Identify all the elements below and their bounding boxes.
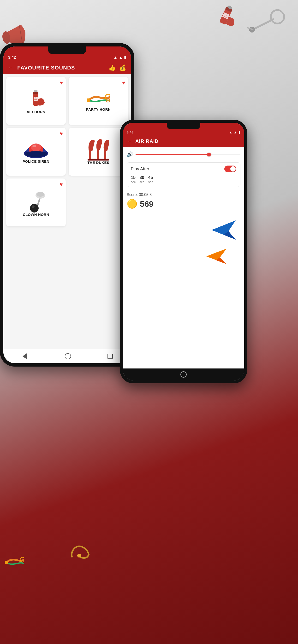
air-raid-content: 🔊 Play After 15 bbox=[123, 146, 244, 282]
game-area bbox=[127, 211, 240, 278]
timer-15-unit: sec bbox=[131, 180, 135, 184]
nav-back-button[interactable] bbox=[23, 353, 27, 360]
sound-card-air-horn[interactable]: ♥ Air Horn AIR HORN bbox=[6, 77, 66, 125]
deco-trumpet-right bbox=[244, 1, 294, 50]
svg-point-32 bbox=[37, 192, 44, 197]
phone-1-back-button[interactable]: ← bbox=[8, 65, 14, 71]
play-after-label: Play After bbox=[131, 166, 149, 172]
toggle-knob bbox=[230, 166, 236, 172]
play-after-section: Play After 15 sec 30 sec bbox=[127, 162, 240, 187]
phone-2-time: 3:43 bbox=[127, 130, 133, 134]
phone-1-notch bbox=[48, 46, 86, 54]
coin-icon: 🟡 bbox=[127, 199, 137, 209]
sound-card-party-horn[interactable]: ♥ PARTY HORN bbox=[69, 77, 128, 125]
phone-1-time: 3:42 bbox=[8, 55, 16, 60]
clownhorn-image bbox=[25, 188, 47, 212]
dukes-image bbox=[88, 139, 109, 160]
nav-recent-button[interactable] bbox=[107, 354, 113, 359]
like-icon[interactable]: 👍 bbox=[108, 64, 116, 71]
airhorn-image: Air Horn bbox=[26, 88, 46, 110]
phone-2-title: AIR RAID bbox=[135, 138, 159, 144]
airhorn-label: AIR HORN bbox=[27, 110, 45, 114]
svg-point-24 bbox=[32, 145, 36, 147]
svg-rect-26 bbox=[89, 151, 91, 159]
sound-card-the-dukes[interactable]: ♥ THE DUKES bbox=[69, 128, 128, 176]
timer-15[interactable]: 15 sec bbox=[131, 175, 135, 184]
heart-air-horn[interactable]: ♥ bbox=[60, 80, 63, 86]
svg-point-25 bbox=[25, 151, 48, 157]
sound-card-police-siren[interactable]: ♥ POLICE SIREN bbox=[6, 128, 66, 176]
timer-45[interactable]: 45 sec bbox=[148, 175, 153, 184]
score-section: Score: 00:05:8 🟡 569 bbox=[127, 191, 240, 211]
timer-45-value: 45 bbox=[148, 175, 153, 180]
clownhorn-label: CLOWN HORN bbox=[23, 212, 49, 216]
p2-wifi-icon: ▲ bbox=[229, 130, 232, 134]
coin-count: 569 bbox=[140, 199, 154, 209]
phone-2-header: ← AIR RAID bbox=[123, 136, 244, 146]
timer-options: 15 sec 30 sec 45 sec bbox=[131, 175, 236, 184]
phone-1-favourite-sounds: 3:42 ▲ ▲ ▮ ← FAVOURITE SOUNDS 👍 💰 bbox=[0, 43, 134, 366]
status-icons: ▲ ▲ ▮ bbox=[113, 55, 126, 60]
svg-rect-41 bbox=[5, 561, 8, 564]
policesiren-image bbox=[23, 140, 49, 159]
sound-card-clown-horn[interactable]: ♥ CLOWN HORN bbox=[6, 178, 66, 226]
signal-icon: ▲ bbox=[119, 55, 123, 60]
svg-point-34 bbox=[32, 205, 35, 208]
coin-row: 🟡 569 bbox=[127, 199, 240, 209]
heart-party-horn[interactable]: ♥ bbox=[122, 80, 125, 86]
wifi-icon: ▲ bbox=[113, 55, 117, 60]
phone-2-air-raid: 3:43 ▲ ▲ ▮ ← AIR RAID 🔊 bbox=[120, 120, 247, 383]
svg-rect-28 bbox=[104, 151, 106, 159]
volume-slider[interactable] bbox=[135, 154, 240, 155]
play-after-row: Play After bbox=[131, 166, 236, 172]
phone-2-status-icons: ▲ ▲ ▮ bbox=[229, 130, 240, 134]
phone-2-notch bbox=[167, 123, 200, 130]
svg-point-33 bbox=[30, 204, 39, 212]
phone-1-header: ← FAVOURITE SOUNDS 👍 💰 bbox=[3, 62, 131, 74]
timer-15-value: 15 bbox=[131, 175, 135, 180]
phone-2-nav-bar bbox=[123, 368, 244, 380]
svg-point-8 bbox=[268, 7, 287, 26]
volume-row: 🔊 bbox=[127, 150, 240, 158]
svg-text:Horn: Horn bbox=[34, 99, 37, 100]
svg-point-13 bbox=[34, 90, 38, 92]
slider-thumb[interactable] bbox=[207, 152, 211, 156]
sound-grid: ♥ Air Horn AIR HORN ♥ bbox=[3, 74, 131, 229]
timer-30[interactable]: 30 sec bbox=[139, 175, 144, 184]
blue-plane bbox=[209, 218, 238, 242]
heart-clown-horn[interactable]: ♥ bbox=[60, 181, 63, 188]
slider-fill bbox=[135, 154, 209, 155]
deco-airhorn-top: Air Horn bbox=[208, 0, 241, 38]
p2-battery-icon: ▮ bbox=[238, 130, 240, 134]
deco-coin-bottom bbox=[70, 545, 91, 560]
svg-rect-27 bbox=[97, 150, 99, 159]
p2-nav-home[interactable] bbox=[181, 371, 187, 378]
partyhorn-image bbox=[86, 90, 110, 107]
gold-plane bbox=[204, 247, 228, 266]
heart-police-siren[interactable]: ♥ bbox=[60, 130, 63, 137]
battery-icon: ▮ bbox=[124, 55, 126, 60]
coins-icon[interactable]: 💰 bbox=[119, 64, 126, 71]
policesiren-label: POLICE SIREN bbox=[23, 159, 49, 164]
nav-home-button[interactable] bbox=[65, 353, 71, 360]
timer-30-value: 30 bbox=[139, 175, 144, 180]
deco-partyhorn-bottom bbox=[5, 554, 24, 570]
svg-rect-17 bbox=[87, 98, 90, 102]
svg-text:Air: Air bbox=[35, 97, 37, 99]
phone-1-title: FAVOURITE SOUNDS bbox=[17, 65, 75, 71]
svg-point-43 bbox=[77, 554, 81, 558]
svg-rect-29 bbox=[88, 158, 109, 160]
phone-1-nav-bar bbox=[3, 349, 131, 363]
dukes-label: THE DUKES bbox=[87, 160, 109, 164]
partyhorn-label: PARTY HORN bbox=[86, 107, 111, 112]
volume-icon: 🔊 bbox=[127, 152, 133, 158]
svg-point-23 bbox=[31, 144, 41, 151]
play-after-toggle[interactable] bbox=[224, 166, 236, 172]
p2-signal-icon: ▲ bbox=[234, 130, 237, 134]
timer-30-unit: sec bbox=[139, 180, 144, 184]
phone-2-back-button[interactable]: ← bbox=[127, 138, 132, 144]
timer-45-unit: sec bbox=[148, 180, 153, 184]
score-text: Score: 00:05:8 bbox=[127, 192, 240, 197]
